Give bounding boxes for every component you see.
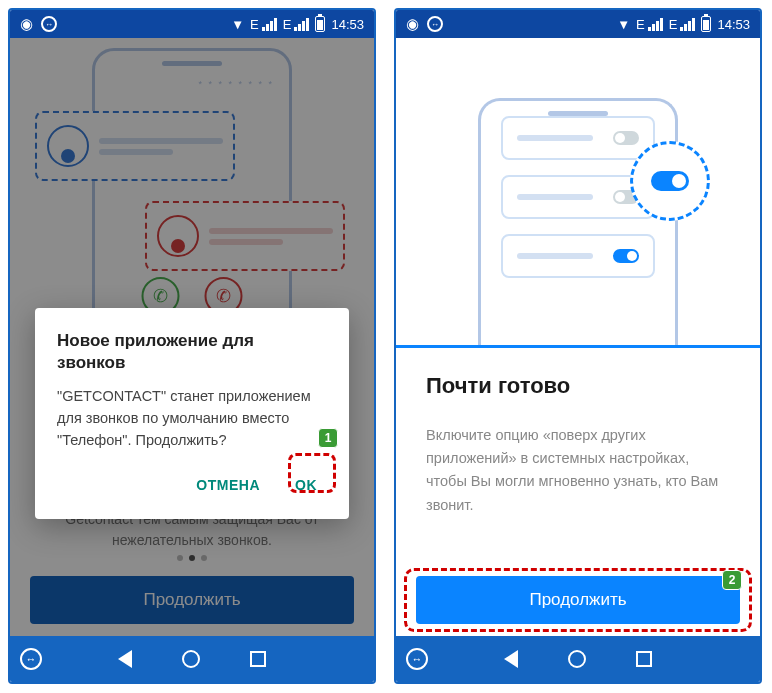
signal-2: E — [283, 17, 310, 32]
visibility-icon: ◉ — [20, 15, 33, 33]
visibility-icon: ◉ — [406, 15, 419, 33]
continue-button[interactable]: Продолжить — [416, 576, 740, 624]
back-button[interactable] — [504, 650, 518, 668]
back-button[interactable] — [118, 650, 132, 668]
home-button[interactable] — [568, 650, 586, 668]
phone-left: ◉ ↔ ▼ E E 14:53 * * * * * * * * — [8, 8, 376, 684]
clock: 14:53 — [331, 17, 364, 32]
page-description: Включите опцию «поверх других приложений… — [396, 409, 760, 532]
signal-1: E — [250, 17, 277, 32]
signal-2: E — [669, 17, 696, 32]
teamviewer-nav-icon[interactable] — [20, 648, 42, 670]
status-bar: ◉ ↔ ▼ E E 14:53 — [10, 10, 374, 38]
wifi-icon: ▼ — [231, 17, 244, 32]
battery-icon — [315, 16, 325, 32]
clock: 14:53 — [717, 17, 750, 32]
annotation-badge-2: 2 — [722, 570, 742, 590]
wifi-icon: ▼ — [617, 17, 630, 32]
teamviewer-icon: ↔ — [427, 16, 443, 32]
android-nav-bar — [396, 636, 760, 682]
recents-button[interactable] — [636, 651, 652, 667]
teamviewer-icon: ↔ — [41, 16, 57, 32]
status-bar: ◉ ↔ ▼ E E 14:53 — [396, 10, 760, 38]
home-button[interactable] — [182, 650, 200, 668]
signal-1: E — [636, 17, 663, 32]
teamviewer-nav-icon[interactable] — [406, 648, 428, 670]
page-heading: Почти готово — [396, 348, 760, 409]
overlay-toggle-callout — [630, 141, 710, 221]
dialog-title: Новое приложение для звонков — [57, 330, 327, 374]
toggle-off-icon — [613, 131, 639, 145]
dialog-body: "GETCONTACT" станет приложением для звон… — [57, 386, 327, 451]
annotation-badge-1: 1 — [318, 428, 338, 448]
toggle-on-icon — [613, 249, 639, 263]
settings-row — [501, 116, 655, 160]
android-nav-bar — [10, 636, 374, 682]
recents-button[interactable] — [250, 651, 266, 667]
settings-row — [501, 234, 655, 278]
battery-icon — [701, 16, 711, 32]
ok-button[interactable]: OK — [285, 469, 327, 501]
overlay-permission-illustration — [396, 38, 760, 348]
cancel-button[interactable]: ОТМЕНА — [186, 469, 270, 501]
phone-right: ◉ ↔ ▼ E E 14:53 — [394, 8, 762, 684]
default-dialer-dialog: Новое приложение для звонков "GETCONTACT… — [35, 308, 349, 519]
